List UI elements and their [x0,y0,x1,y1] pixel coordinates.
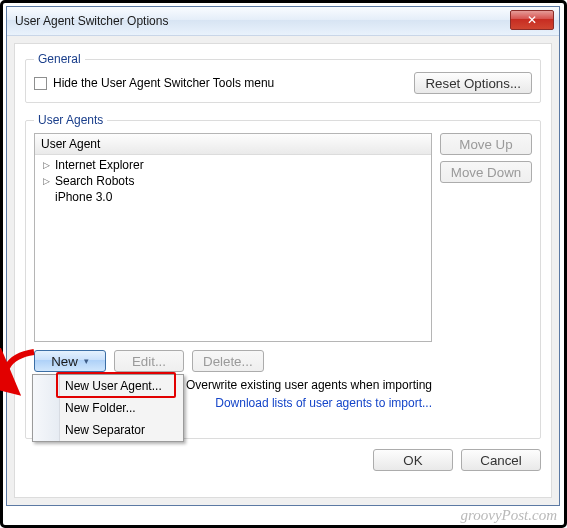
reset-options-button[interactable]: Reset Options... [414,72,532,94]
close-icon: ✕ [527,14,537,26]
window-title: User Agent Switcher Options [15,14,168,28]
download-link[interactable]: Download lists of user agents to import.… [215,396,432,410]
list-item[interactable]: ▷ Search Robots [41,173,425,189]
menu-item-label: New User Agent... [65,379,162,393]
user-agents-legend: User Agents [34,113,107,127]
hide-tools-menu-label: Hide the User Agent Switcher Tools menu [53,76,274,90]
edit-button[interactable]: Edit... [114,350,184,372]
list-item[interactable]: ▷ Internet Explorer [41,157,425,173]
menu-item-new-user-agent[interactable]: New User Agent... [33,375,183,397]
move-down-button[interactable]: Move Down [440,161,532,183]
new-button[interactable]: New ▾ [34,350,106,372]
cancel-button[interactable]: Cancel [461,449,541,471]
general-legend: General [34,52,85,66]
overwrite-checkbox[interactable]: Overwrite existing user agents when impo… [167,378,432,392]
menu-item-new-folder[interactable]: New Folder... [33,397,183,419]
move-up-button[interactable]: Move Up [440,133,532,155]
expand-icon: ▷ [43,160,52,170]
new-dropdown-menu: New User Agent... New Folder... New Sepa… [32,374,184,442]
new-button-label: New [51,354,78,369]
watermark-text: groovyPost.com [460,507,557,524]
hide-tools-menu-checkbox[interactable]: Hide the User Agent Switcher Tools menu [34,76,274,90]
expand-icon [43,192,52,202]
list-body: ▷ Internet Explorer ▷ Search Robots iPho… [35,155,431,207]
close-button[interactable]: ✕ [510,10,554,30]
delete-button[interactable]: Delete... [192,350,264,372]
menu-item-label: New Separator [65,423,145,437]
dialog-footer: OK Cancel [25,449,541,471]
list-item-label: Search Robots [55,174,134,188]
ok-button[interactable]: OK [373,449,453,471]
menu-item-label: New Folder... [65,401,136,415]
general-group: General Hide the User Agent Switcher Too… [25,52,541,103]
menu-item-new-separator[interactable]: New Separator [33,419,183,441]
expand-icon: ▷ [43,176,52,186]
title-bar: User Agent Switcher Options ✕ [7,7,559,36]
list-item-label: Internet Explorer [55,158,144,172]
overwrite-label: Overwrite existing user agents when impo… [186,378,432,392]
list-column-header[interactable]: User Agent [35,134,431,155]
list-item[interactable]: iPhone 3.0 [41,189,425,205]
checkbox-icon [34,77,47,90]
user-agent-list[interactable]: User Agent ▷ Internet Explorer ▷ Search … [34,133,432,342]
chevron-down-icon: ▾ [84,356,89,366]
list-item-label: iPhone 3.0 [55,190,112,204]
